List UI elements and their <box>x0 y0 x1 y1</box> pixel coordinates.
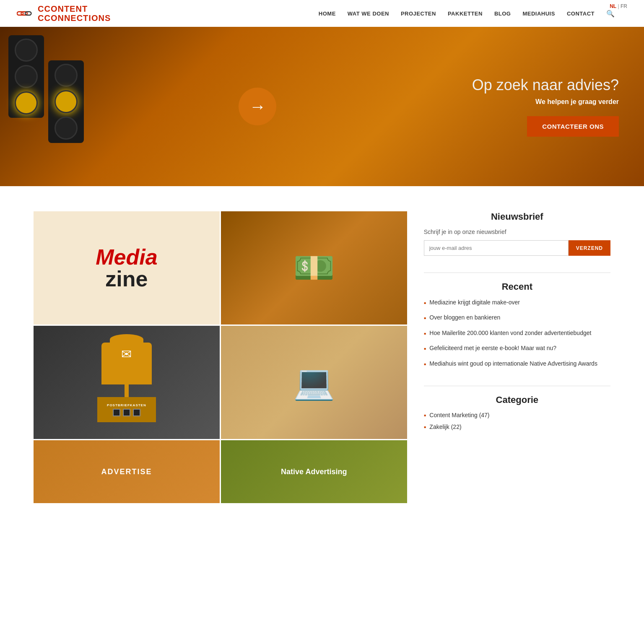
sidebar: Nieuwsbrief Schrijf je in op onze nieuws… <box>424 211 610 503</box>
newsletter-heading: Nieuwsbrief <box>424 211 610 222</box>
light-top-2 <box>55 64 78 87</box>
newsletter-email-input[interactable] <box>424 240 569 256</box>
nav-mediahuis[interactable]: MEDIAHUIS <box>522 10 555 17</box>
recent-link-3[interactable]: Hoe Mailerlite 200.000 klanten vond zond… <box>429 329 591 338</box>
nav-projecten[interactable]: PROJECTEN <box>401 10 436 17</box>
nav-home[interactable]: HOME <box>319 10 336 17</box>
blog-tile-money[interactable]: 💵 <box>221 211 407 325</box>
mailbox-visual: POSTBRIEFKASTEN <box>97 343 156 422</box>
recent-link-1[interactable]: Mediazine krijgt digitale make-over <box>429 299 520 307</box>
money-icon: 💵 <box>293 248 335 288</box>
site-header: CCONTENT CCONNECTIONS HOME WAT WE DOEN P… <box>0 0 644 27</box>
logo-line2: CONNECTIONS <box>44 13 111 23</box>
mailbox-window-3 <box>133 409 140 416</box>
nav-pakketten[interactable]: PAKKETTEN <box>448 10 483 17</box>
recent-item-5: Mediahuis wint goud op internationale Na… <box>424 360 610 369</box>
hero-traffic-lights <box>0 27 147 186</box>
sidebar-divider-1 <box>424 273 610 273</box>
category-list: Content Marketing (47) Zakelijk (22) <box>424 412 610 431</box>
main-content: Media zine 💵 POSTBRIEFKASTEN <box>0 186 644 520</box>
light-mid-2 <box>55 90 78 113</box>
light-top <box>15 39 38 62</box>
mailbox-window-1 <box>113 409 120 416</box>
mediazine-logo: Media zine <box>96 246 157 290</box>
blog-section: Media zine 💵 POSTBRIEFKASTEN <box>34 211 407 503</box>
hero-heading: Op zoek naar advies? <box>472 76 619 94</box>
nav-contact[interactable]: CONTACT <box>567 10 595 17</box>
traffic-light-1 <box>8 35 44 118</box>
categorie-section: Categorie Content Marketing (47) Zakelij… <box>424 395 610 431</box>
blog-tile-mediazine[interactable]: Media zine <box>34 211 220 325</box>
recent-item-2: Over bloggen en bankieren <box>424 314 610 323</box>
language-switcher: NL | FR <box>610 3 627 9</box>
native-advertising-text: Native Advertising <box>281 467 347 476</box>
sidebar-divider-2 <box>424 386 610 386</box>
newsletter-section: Nieuwsbrief Schrijf je in op onze nieuws… <box>424 211 610 256</box>
mailbox-base: POSTBRIEFKASTEN <box>97 397 156 422</box>
mailbox-body <box>101 343 152 384</box>
light-mid <box>15 65 38 88</box>
logo-text: CCONTENT CCONNECTIONS <box>38 4 111 23</box>
recent-list: Mediazine krijgt digitale make-over Over… <box>424 299 610 369</box>
recent-item-4: Gefeliciteerd met je eerste e-book! Maar… <box>424 344 610 353</box>
recent-link-4[interactable]: Gefeliciteerd met je eerste e-book! Maar… <box>429 344 556 353</box>
logo[interactable]: CCONTENT CCONNECTIONS <box>17 4 111 23</box>
category-link-1[interactable]: Content Marketing (47) <box>429 412 489 418</box>
lang-fr[interactable]: FR <box>621 3 627 9</box>
advertise-text: ADVERTISE <box>101 467 152 476</box>
category-item-2: Zakelijk (22) <box>424 423 610 431</box>
blog-grid: Media zine 💵 POSTBRIEFKASTEN <box>34 211 407 503</box>
hero-section: → Op zoek naar advies? We helpen je graa… <box>0 27 644 186</box>
recent-section: Recent Mediazine krijgt digitale make-ov… <box>424 281 610 369</box>
search-icon[interactable]: 🔍 <box>606 10 615 18</box>
newsletter-submit-button[interactable]: VERZEND <box>569 240 610 256</box>
hero-arrow: → <box>239 88 276 125</box>
recent-link-2[interactable]: Over bloggen en bankieren <box>429 314 500 322</box>
light-bottom <box>15 91 38 114</box>
blog-tile-advertise-left[interactable]: ADVERTISE <box>34 440 220 503</box>
categorie-heading: Categorie <box>424 395 610 405</box>
recent-item-3: Hoe Mailerlite 200.000 klanten vond zond… <box>424 329 610 338</box>
recent-heading: Recent <box>424 281 610 292</box>
blog-tile-laptop[interactable]: 💻 <box>221 326 407 439</box>
category-link-2[interactable]: Zakelijk (22) <box>429 423 461 430</box>
newsletter-form: VERZEND <box>424 240 610 256</box>
lang-nl[interactable]: NL <box>610 3 616 9</box>
recent-item-1: Mediazine krijgt digitale make-over <box>424 299 610 308</box>
light-bottom-2 <box>55 117 78 140</box>
nav-blog[interactable]: BLOG <box>494 10 511 17</box>
blog-tile-mailbox[interactable]: POSTBRIEFKASTEN <box>34 326 220 439</box>
logo-chain-icon <box>17 9 34 18</box>
category-item-1: Content Marketing (47) <box>424 412 610 419</box>
hero-cta-button[interactable]: Contacteer ons <box>527 116 619 137</box>
mediazine-media-text: Media <box>96 246 157 268</box>
main-navigation: HOME WAT WE DOEN PROJECTEN PAKKETTEN BLO… <box>319 10 615 18</box>
hero-content: Op zoek naar advies? We helpen je graag … <box>472 76 619 137</box>
blog-tile-native-advertising[interactable]: Native Advertising <box>221 440 407 503</box>
mediazine-zine-text: zine <box>96 268 157 290</box>
nav-wat-we-doen[interactable]: WAT WE DOEN <box>348 10 389 17</box>
traffic-light-2 <box>48 60 84 143</box>
mailbox-windows <box>113 409 140 416</box>
recent-link-5[interactable]: Mediahuis wint goud op internationale Na… <box>429 360 597 368</box>
svg-rect-2 <box>25 12 31 15</box>
hero-subheading: We helpen je graag verder <box>472 98 619 106</box>
newsletter-description: Schrijf je in op onze nieuwsbrief <box>424 229 610 235</box>
laptop-icon: 💻 <box>293 363 335 402</box>
arrow-circle-icon: → <box>239 88 276 125</box>
mailbox-window-2 <box>123 409 130 416</box>
